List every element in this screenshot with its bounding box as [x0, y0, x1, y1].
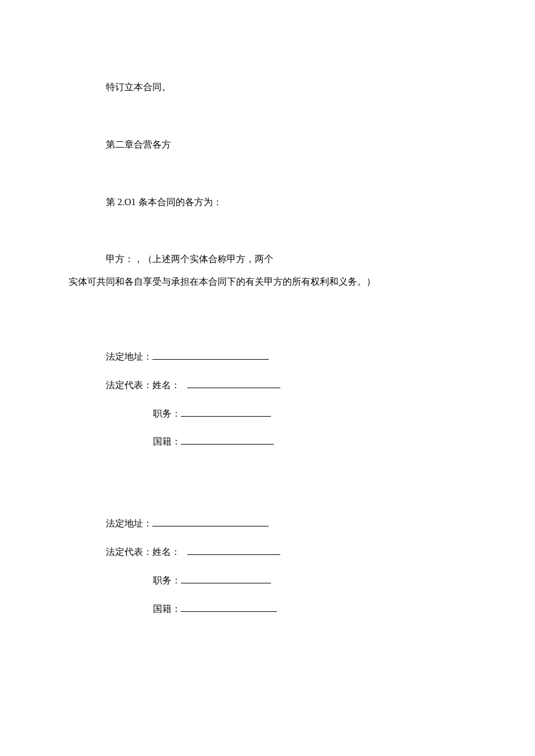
- clause-2-01: 第 2.O1 条本合同的各方为：: [69, 196, 466, 209]
- spacer: [69, 266, 466, 276]
- field-address-2: 法定地址：: [106, 518, 466, 530]
- blank-line: [152, 353, 269, 360]
- spacer: [69, 530, 466, 546]
- chapter-2-heading: 第二章合营各方: [69, 139, 466, 151]
- blank-line: [181, 605, 277, 612]
- spacer: [69, 420, 466, 436]
- paragraph-conclude: 特订立本合同。: [69, 81, 466, 94]
- label-address: 法定地址：: [106, 518, 152, 530]
- field-position-2: 职务：: [153, 575, 466, 587]
- spacer: [69, 151, 466, 196]
- spacer: [69, 208, 466, 253]
- label-rep: 法定代表：: [106, 379, 152, 392]
- blank-line: [181, 577, 271, 583]
- spacer: [69, 448, 466, 518]
- label-address: 法定地址：: [106, 351, 152, 363]
- blank-line: [187, 549, 280, 555]
- label-name: 姓名：: [152, 379, 187, 392]
- field-rep-name-1: 法定代表： 姓名：: [106, 379, 466, 392]
- label-name: 姓名：: [152, 546, 187, 558]
- blank-line: [181, 410, 271, 417]
- field-nationality-1: 国籍：: [153, 436, 466, 448]
- blank-line: [181, 439, 274, 445]
- spacer: [69, 587, 466, 603]
- spacer: [69, 392, 466, 408]
- spacer: [69, 363, 466, 379]
- party-a-line1: 甲方：，（上述两个实体合称甲方，两个: [69, 253, 466, 266]
- field-position-1: 职务：: [153, 408, 466, 420]
- blank-line: [152, 521, 269, 527]
- field-rep-name-2: 法定代表： 姓名：: [106, 546, 466, 558]
- spacer: [69, 558, 466, 575]
- label-nationality: 国籍：: [153, 436, 181, 448]
- label-position: 职务：: [153, 575, 181, 587]
- field-address-1: 法定地址：: [106, 351, 466, 363]
- spacer: [69, 94, 466, 139]
- document-page: 特订立本合同。 第二章合营各方 第 2.O1 条本合同的各方为： 甲方：，（上述…: [0, 0, 535, 756]
- party-a-line2: 实体可共同和各自享受与承担在本合同下的有关甲方的所有权利和义务。）: [69, 276, 466, 288]
- blank-line: [187, 382, 280, 388]
- spacer: [69, 288, 466, 351]
- label-position: 职务：: [153, 408, 181, 420]
- label-nationality: 国籍：: [153, 603, 181, 615]
- field-nationality-2: 国籍：: [153, 603, 466, 615]
- label-rep: 法定代表：: [106, 546, 152, 558]
